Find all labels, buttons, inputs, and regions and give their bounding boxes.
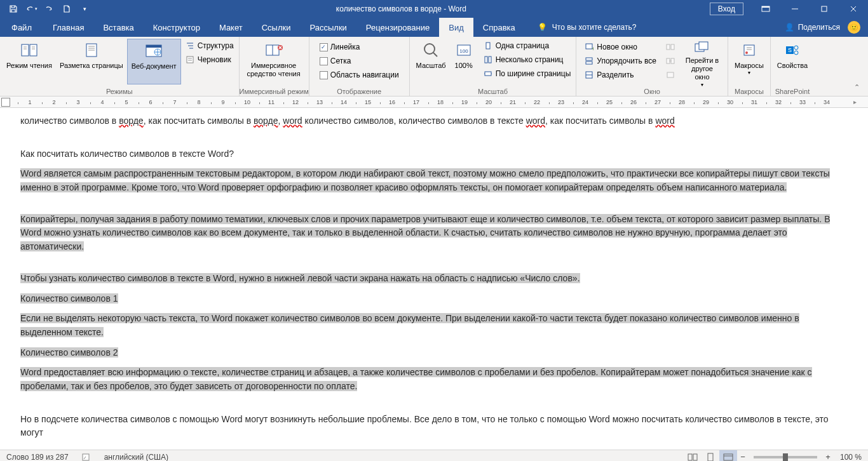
read-mode-view[interactable] — [684, 450, 702, 462]
selected-text[interactable]: Количество символов 1 — [20, 293, 118, 304]
paragraph[interactable]: Word предоставляет всю информацию о текс… — [20, 366, 848, 393]
paragraph[interactable]: Чтобы узнать количество символов в текст… — [20, 272, 848, 286]
svg-rect-35 — [586, 58, 592, 60]
svg-rect-57 — [708, 453, 713, 461]
tab-design[interactable]: Конструктор — [144, 18, 210, 37]
tab-home[interactable]: Главная — [43, 18, 93, 37]
ribbon: Режим чтения Разметка страницы Веб-докум… — [0, 37, 868, 97]
switch-windows-icon — [692, 40, 712, 55]
outline-button[interactable]: Структура — [182, 39, 236, 53]
redo-button[interactable] — [41, 1, 57, 17]
read-mode-icon — [19, 40, 39, 60]
paragraph[interactable]: Копирайтеры, получая задания в работу по… — [20, 213, 848, 254]
tell-me-label: Что вы хотите сделать? — [552, 23, 637, 32]
selected-text[interactable]: Копирайтеры, получая задания в работу по… — [20, 214, 830, 251]
maximize-button[interactable] — [810, 0, 839, 18]
reset-window-button[interactable] — [663, 68, 678, 82]
zoom-level[interactable]: 100 % — [834, 450, 868, 462]
zoom-button[interactable]: Масштаб — [412, 39, 450, 84]
svg-text:S: S — [788, 47, 792, 53]
selected-text[interactable]: Если не выделять некоторую часть текста,… — [20, 313, 799, 337]
language[interactable]: английский (США) — [98, 450, 175, 462]
tab-view[interactable]: Вид — [439, 18, 473, 37]
horizontal-ruler[interactable]: 1234567891011121314151617181920212223242… — [0, 97, 868, 108]
tab-selector[interactable] — [1, 98, 10, 107]
close-button[interactable] — [839, 0, 868, 18]
sync-scroll-button[interactable] — [663, 54, 678, 68]
save-button[interactable] — [5, 1, 22, 17]
window-title: количество символов в ворде - Word — [93, 4, 710, 13]
svg-rect-20 — [187, 57, 193, 63]
properties-button[interactable]: S Свойства — [773, 39, 811, 84]
selected-text[interactable]: Word предоставляет всю информацию о текс… — [20, 367, 812, 391]
word-count[interactable]: Слово 189 из 287 — [0, 450, 75, 462]
arrange-all-button[interactable]: Упорядочить все — [581, 54, 659, 68]
split-button[interactable]: Разделить — [581, 68, 659, 82]
tab-references[interactable]: Ссылки — [252, 18, 301, 37]
spellerror[interactable]: word — [283, 116, 302, 126]
selected-text[interactable]: Word является самым распространенным тек… — [20, 168, 830, 192]
tab-review[interactable]: Рецензирование — [356, 18, 439, 37]
nav-pane-checkbox[interactable]: Область навигации — [317, 68, 402, 82]
checkbox-icon — [320, 43, 328, 51]
paragraph[interactable]: Если не выделять некоторую часть текста,… — [20, 312, 848, 339]
print-layout-view[interactable] — [702, 450, 719, 462]
paragraph[interactable]: Количество символов 1 — [20, 292, 848, 306]
multi-page-button[interactable]: Несколько страниц — [480, 53, 574, 67]
tab-help[interactable]: Справка — [473, 18, 525, 37]
group-label: Окно — [644, 88, 660, 95]
zoom-in-button[interactable]: + — [822, 450, 834, 462]
share-button[interactable]: 👤 Поделиться — [785, 23, 840, 32]
document-area[interactable]: количество символов в ворде, как посчита… — [0, 108, 868, 450]
switch-windows-button[interactable]: Перейти в другое окно▾ — [679, 39, 725, 84]
status-bar: Слово 189 из 287 английский (США) − + 10… — [0, 450, 868, 461]
spellerror[interactable]: word — [526, 116, 545, 126]
print-layout-icon — [81, 40, 102, 60]
checkbox-icon — [320, 71, 328, 79]
collapse-ribbon-button[interactable]: ⌃ — [854, 83, 864, 93]
title-bar: ▾ ▾ количество символов в ворде - Word В… — [0, 0, 868, 18]
new-doc-button[interactable] — [58, 1, 75, 17]
paragraph[interactable]: количество символов в ворде, как посчита… — [20, 114, 848, 128]
grid-checkbox[interactable]: Сетка — [317, 54, 402, 68]
tab-file[interactable]: Файл — [0, 18, 43, 37]
macros-button[interactable]: Макросы▾ — [731, 39, 768, 84]
web-layout-button[interactable]: Веб-документ — [127, 39, 181, 84]
read-mode-button[interactable]: Режим чтения — [3, 39, 56, 84]
feedback-smiley-icon[interactable]: 🙂 — [848, 21, 860, 34]
undo-button[interactable]: ▾ — [23, 1, 39, 17]
one-page-button[interactable]: Одна страница — [480, 39, 574, 53]
ribbon-tabs: Файл Главная Вставка Конструктор Макет С… — [0, 18, 868, 37]
tab-insert[interactable]: Вставка — [93, 18, 143, 37]
ruler-checkbox[interactable]: Линейка — [317, 40, 402, 54]
selected-text[interactable]: Количество символов 2 — [20, 347, 118, 357]
zoom-thumb[interactable] — [783, 453, 788, 461]
zoom-slider[interactable] — [754, 456, 817, 458]
tab-mailings[interactable]: Рассылки — [300, 18, 356, 37]
minimize-button[interactable] — [780, 0, 810, 18]
draft-button[interactable]: Черновик — [182, 53, 236, 67]
signin-button[interactable]: Вход — [710, 3, 743, 15]
paragraph[interactable]: Но в подсчете количества символов с помо… — [20, 413, 848, 440]
paragraph[interactable]: Как посчитать количество символов в текс… — [20, 147, 848, 161]
side-by-side-button[interactable] — [663, 40, 678, 54]
spellerror[interactable]: ворде — [119, 116, 144, 126]
ribbon-display-options[interactable] — [751, 0, 780, 18]
svg-rect-32 — [485, 72, 491, 76]
tab-layout[interactable]: Макет — [210, 18, 252, 37]
tell-me[interactable]: 💡 Что вы хотите сделать? — [538, 18, 637, 37]
selected-text[interactable]: Чтобы узнать количество символов в текст… — [20, 273, 580, 283]
print-layout-button[interactable]: Разметка страницы — [56, 39, 127, 84]
zoom-100-button[interactable]: 100 100% — [450, 39, 478, 84]
paragraph[interactable]: Количество символов 2 — [20, 346, 848, 360]
spellerror[interactable]: word — [655, 116, 674, 126]
spell-check[interactable] — [75, 450, 98, 462]
web-layout-view[interactable] — [719, 450, 737, 462]
qat-customize-button[interactable]: ▾ — [76, 1, 93, 17]
new-window-button[interactable]: +Новое окно — [581, 40, 659, 54]
paragraph[interactable]: Word является самым распространенным тек… — [20, 167, 848, 194]
zoom-out-button[interactable]: − — [737, 450, 749, 462]
page-width-button[interactable]: По ширине страницы — [480, 67, 574, 81]
immersive-reader-button[interactable]: Иммерсивное средство чтения — [242, 39, 306, 84]
spellerror[interactable]: ворде — [254, 116, 278, 126]
